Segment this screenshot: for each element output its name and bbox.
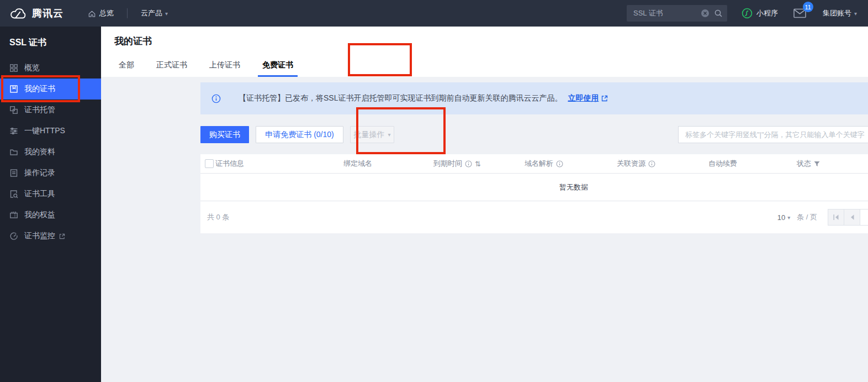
column-label: 证书信息 [215, 159, 244, 169]
folder-icon [9, 148, 18, 156]
banner-link[interactable]: 立即使用 [568, 93, 599, 103]
topbar-search[interactable] [627, 5, 727, 22]
sidebar-item-cert-hosting[interactable]: 证书托管 [0, 100, 101, 121]
messages-button[interactable]: 11 [793, 8, 806, 18]
sidebar-item-label: 一键HTTPS [24, 126, 65, 136]
select-all-checkbox[interactable] [205, 159, 214, 168]
sidebar-item-overview[interactable]: 概览 [0, 57, 101, 79]
tabs: 全部 正式证书 上传证书 免费证书 [119, 53, 315, 77]
mini-program-label: 小程序 [756, 8, 778, 18]
page-size-select[interactable]: 10 ▾ [777, 213, 791, 222]
sidebar-item-label: 我的权益 [24, 210, 55, 220]
info-icon [211, 94, 221, 103]
select-all-cell [200, 159, 215, 168]
tab-label: 全部 [119, 60, 134, 69]
column-label: 绑定域名 [343, 159, 372, 169]
certificate-icon [9, 85, 18, 93]
sidebar-item-label: 我的证书 [24, 84, 55, 94]
sidebar-item-label: 操作记录 [24, 168, 55, 178]
page-title: 我的证书 [101, 27, 868, 48]
sort-icon[interactable]: ⇅ [475, 160, 481, 168]
nav-overview-label: 总览 [99, 8, 114, 18]
info-banner: 【证书托管】已发布，将SSL证书开启托管即可实现证书到期前自动更新关联的腾讯云云… [200, 82, 868, 114]
column-cert-info: 证书信息 [215, 159, 343, 169]
sidebar: SSL 证书 概览 我的证书 证书托管 [0, 27, 101, 382]
document-icon [9, 169, 18, 177]
chevron-down-icon: ▾ [854, 11, 857, 17]
topbar: 腾讯云 总览 云产品 ▾ [0, 0, 868, 27]
tab-label: 免费证书 [262, 60, 293, 69]
sidebar-item-operation-log[interactable]: 操作记录 [0, 163, 101, 184]
home-icon [88, 9, 96, 18]
buy-cert-button[interactable]: 购买证书 [200, 126, 249, 143]
account-menu[interactable]: 集团账号 ▾ [823, 8, 857, 18]
column-domain-resolution: 域名解析 [525, 159, 617, 169]
document-search-icon [9, 190, 18, 198]
prev-page-button[interactable] [844, 209, 860, 226]
mini-program-icon [742, 8, 753, 19]
main-content: 我的证书 全部 正式证书 上传证书 免费证书 [101, 27, 868, 382]
nav-overview[interactable]: 总览 [88, 8, 114, 18]
clear-icon[interactable] [701, 9, 710, 18]
current-page-box[interactable] [860, 209, 868, 226]
column-label: 状态 [797, 159, 811, 169]
column-label: 关联资源 [617, 159, 645, 169]
tag-filter-input[interactable] [678, 126, 868, 143]
prev-page-icon [849, 214, 855, 221]
chevron-down-icon: ▾ [388, 132, 390, 138]
chevron-down-icon: ▾ [165, 11, 168, 17]
banner-text: 【证书托管】已发布，将SSL证书开启托管即可实现证书到期前自动更新关联的腾讯云云… [239, 93, 562, 103]
sidebar-item-label: 概览 [24, 63, 40, 73]
certificates-table: 证书信息 绑定域名 到期时间 [200, 154, 868, 233]
brand-name[interactable]: 腾讯云 [32, 7, 63, 20]
tab-formal-certs[interactable]: 正式证书 [156, 53, 187, 77]
sidebar-item-cert-monitor[interactable]: 证书监控 [0, 226, 101, 247]
gauge-icon [9, 232, 18, 240]
nav-cloud-products-label: 云产品 [141, 8, 162, 18]
ticket-icon [9, 211, 18, 219]
info-icon[interactable] [648, 160, 655, 168]
column-label: 自动续费 [708, 159, 737, 169]
nav-cloud-products[interactable]: 云产品 ▾ [141, 8, 168, 18]
tab-uploaded-certs[interactable]: 上传证书 [209, 53, 240, 77]
sidebar-item-my-benefits[interactable]: 我的权益 [0, 205, 101, 226]
sidebar-item-label: 证书工具 [24, 189, 55, 199]
apply-free-cert-button[interactable]: 申请免费证书 (0/10) [256, 126, 343, 143]
chevron-down-icon: ▾ [787, 214, 790, 221]
total-count: 共 0 条 [207, 212, 229, 222]
sidebar-title: SSL 证书 [0, 27, 101, 57]
search-icon[interactable] [714, 9, 723, 18]
batch-actions-button[interactable]: 批量操作 ▾ [350, 126, 394, 143]
first-page-icon [833, 214, 839, 221]
column-label: 到期时间 [433, 159, 462, 169]
first-page-button[interactable] [828, 209, 844, 226]
mini-program-entry[interactable]: 小程序 [742, 8, 778, 19]
sidebar-item-label: 证书监控 [24, 231, 55, 241]
external-link-icon [601, 95, 608, 102]
column-status: 状态 [797, 159, 868, 169]
info-icon[interactable] [556, 160, 563, 168]
info-icon[interactable] [465, 160, 472, 168]
column-auto-renew: 自动续费 [708, 159, 797, 169]
tab-all[interactable]: 全部 [119, 53, 134, 77]
column-bound-domain: 绑定域名 [343, 159, 433, 169]
content-header: 我的证书 全部 正式证书 上传证书 免费证书 [101, 27, 868, 77]
tencent-cloud-logo-icon[interactable] [9, 7, 28, 20]
column-associated-resources: 关联资源 [617, 159, 708, 169]
sidebar-item-my-profile[interactable]: 我的资料 [0, 142, 101, 163]
external-link-icon [59, 233, 65, 239]
toolbar: 购买证书 申请免费证书 (0/10) 批量操作 ▾ [200, 126, 868, 143]
column-label: 域名解析 [525, 159, 553, 169]
sidebar-item-one-click-https[interactable]: 一键HTTPS [0, 121, 101, 142]
filter-funnel-icon[interactable] [814, 161, 820, 167]
sidebar-item-my-certificates[interactable]: 我的证书 [0, 79, 101, 100]
divider [127, 8, 128, 18]
grid-icon [9, 64, 18, 72]
sidebar-item-cert-tools[interactable]: 证书工具 [0, 184, 101, 205]
tab-free-certs[interactable]: 免费证书 [262, 53, 293, 77]
pagination: 共 0 条 10 ▾ 条 / 页 [200, 201, 868, 233]
pagination-controls: 10 ▾ 条 / 页 [777, 209, 868, 226]
hosting-icon [9, 106, 18, 114]
topbar-search-input[interactable] [633, 9, 696, 18]
table-header-row: 证书信息 绑定域名 到期时间 [200, 154, 868, 174]
